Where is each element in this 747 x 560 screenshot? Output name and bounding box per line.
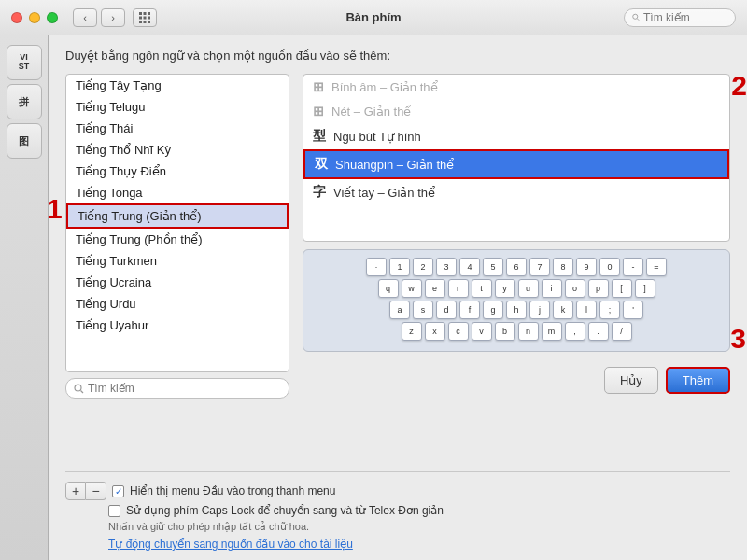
key[interactable]: n xyxy=(518,322,539,341)
checkbox-2-label: Sử dụng phím Caps Lock để chuyển sang và… xyxy=(126,504,444,517)
input-method-item[interactable]: 型Ngũ bút Tự hình xyxy=(303,123,729,149)
key[interactable]: p xyxy=(588,279,609,298)
key[interactable]: f xyxy=(459,301,480,319)
title-search-input[interactable] xyxy=(643,11,727,24)
sidebar-item-pin[interactable]: 拼 xyxy=(7,84,42,119)
svg-rect-3 xyxy=(139,16,142,19)
marker-2: 2 xyxy=(731,70,747,102)
key[interactable]: m xyxy=(542,322,562,341)
key[interactable]: j xyxy=(529,301,550,319)
sidebar-item-vi[interactable]: VIST xyxy=(7,45,42,80)
svg-point-11 xyxy=(75,385,81,391)
key[interactable]: q xyxy=(378,279,399,298)
language-item[interactable]: Tiếng Trung (Phồn thể) xyxy=(66,229,289,250)
grid-button[interactable] xyxy=(133,8,157,27)
language-item[interactable]: Tiếng Thổ Nhĩ Kỳ xyxy=(66,139,289,161)
cancel-button[interactable]: Hủy xyxy=(604,367,658,394)
language-item[interactable]: Tiếng Turkmen xyxy=(66,250,289,272)
key[interactable]: 8 xyxy=(553,258,573,276)
language-list[interactable]: Tiếng Tây TạngTiếng TeluguTiếng TháiTiến… xyxy=(65,74,289,372)
key[interactable]: l xyxy=(576,301,597,319)
key[interactable]: / xyxy=(612,322,632,341)
key[interactable]: 4 xyxy=(459,258,480,276)
key[interactable]: e xyxy=(425,279,445,298)
search-icon xyxy=(74,384,84,394)
key[interactable]: 3 xyxy=(436,258,457,276)
key[interactable]: i xyxy=(542,279,562,298)
minimize-button[interactable] xyxy=(29,12,40,23)
key[interactable]: c xyxy=(448,322,469,341)
input-method-item[interactable]: 字Viết tay – Giản thể xyxy=(303,179,729,205)
key[interactable]: z xyxy=(402,322,422,341)
title-search-bar[interactable] xyxy=(624,8,736,27)
key[interactable]: 0 xyxy=(599,258,620,276)
key[interactable]: · xyxy=(366,258,387,276)
input-method-item[interactable]: ⊞Bính âm – Giản thể xyxy=(303,75,729,99)
svg-rect-8 xyxy=(148,21,150,23)
key[interactable]: 7 xyxy=(529,258,550,276)
close-button[interactable] xyxy=(11,12,22,23)
key[interactable]: x xyxy=(425,322,445,341)
language-item[interactable]: Tiếng Urdu xyxy=(66,293,289,315)
key[interactable]: a xyxy=(389,301,410,319)
key[interactable]: [ xyxy=(612,279,632,298)
forward-button[interactable]: › xyxy=(101,8,125,27)
input-method-item[interactable]: 双Shuangpin – Giản thể xyxy=(303,149,729,179)
key[interactable]: y xyxy=(495,279,515,298)
key[interactable]: h xyxy=(506,301,527,319)
input-method-list[interactable]: ⊞Bính âm – Giản thể⊞Nét – Giản thể型Ngũ b… xyxy=(303,74,730,242)
key[interactable]: ] xyxy=(635,279,655,298)
key[interactable]: s xyxy=(413,301,433,319)
key[interactable]: ; xyxy=(599,301,620,319)
language-search-box[interactable] xyxy=(65,378,289,399)
key[interactable]: 6 xyxy=(506,258,527,276)
back-button[interactable]: ‹ xyxy=(73,8,97,27)
key[interactable]: d xyxy=(436,301,457,319)
key[interactable]: . xyxy=(588,322,609,341)
input-method-label: Viết tay – Giản thể xyxy=(333,186,435,200)
key[interactable]: 1 xyxy=(389,258,410,276)
key[interactable]: g xyxy=(483,301,503,319)
window-title: Bàn phím xyxy=(345,10,401,24)
checkbox-show-menu[interactable] xyxy=(112,485,124,497)
input-method-label: Bính âm – Giản thể xyxy=(331,80,438,94)
key[interactable]: b xyxy=(495,322,515,341)
key[interactable]: t xyxy=(472,279,492,298)
key[interactable]: ' xyxy=(623,301,643,319)
key[interactable]: , xyxy=(565,322,585,341)
language-item[interactable]: Tiếng Tây Tạng xyxy=(66,75,289,96)
checkbox-row-1: Hiển thị menu Đầu vào trong thanh menu xyxy=(112,484,335,497)
key[interactable]: 9 xyxy=(576,258,597,276)
key[interactable]: - xyxy=(623,258,643,276)
key[interactable]: k xyxy=(553,301,573,319)
keyboard-row: asdfghjkl;' xyxy=(309,301,724,319)
checkbox-caps-lock[interactable] xyxy=(108,505,120,517)
key[interactable]: u xyxy=(518,279,539,298)
maximize-button[interactable] xyxy=(47,12,58,23)
key[interactable]: o xyxy=(565,279,585,298)
key[interactable]: 5 xyxy=(483,258,503,276)
sidebar-item-tu[interactable]: 图 xyxy=(7,123,42,159)
language-item[interactable]: Tiếng Trung (Giản thể) xyxy=(66,203,289,229)
add-source-button[interactable]: + xyxy=(65,482,86,500)
key[interactable]: 2 xyxy=(413,258,433,276)
auto-switch-link[interactable]: Tự động chuyển sang nguồn đầu vào cho tà… xyxy=(108,538,353,551)
keyboard-preview: 3 ·1234567890-=qwertyuiop[]asdfghjkl;'zx… xyxy=(303,249,730,352)
key[interactable]: r xyxy=(448,279,469,298)
input-method-icon: 字 xyxy=(313,184,326,201)
language-item[interactable]: Tiếng Telugu xyxy=(66,96,289,118)
language-item[interactable]: Tiếng Thụy Điển xyxy=(66,161,289,182)
input-method-item[interactable]: ⊞Nét – Giản thể xyxy=(303,99,729,123)
language-item[interactable]: Tiếng Ucraina xyxy=(66,272,289,293)
language-search-input[interactable] xyxy=(88,382,256,395)
key[interactable]: v xyxy=(472,322,492,341)
add-button[interactable]: Thêm xyxy=(666,367,730,394)
key[interactable]: w xyxy=(402,279,422,298)
remove-source-button[interactable]: − xyxy=(86,482,106,500)
language-item[interactable]: Tiếng Tonga xyxy=(66,182,289,203)
key[interactable]: = xyxy=(646,258,667,276)
language-item[interactable]: Tiếng Thái xyxy=(66,118,289,139)
language-item[interactable]: Tiếng Uyahur xyxy=(66,315,289,336)
svg-rect-0 xyxy=(139,12,142,15)
input-method-label: Shuangpin – Giản thể xyxy=(335,158,454,172)
